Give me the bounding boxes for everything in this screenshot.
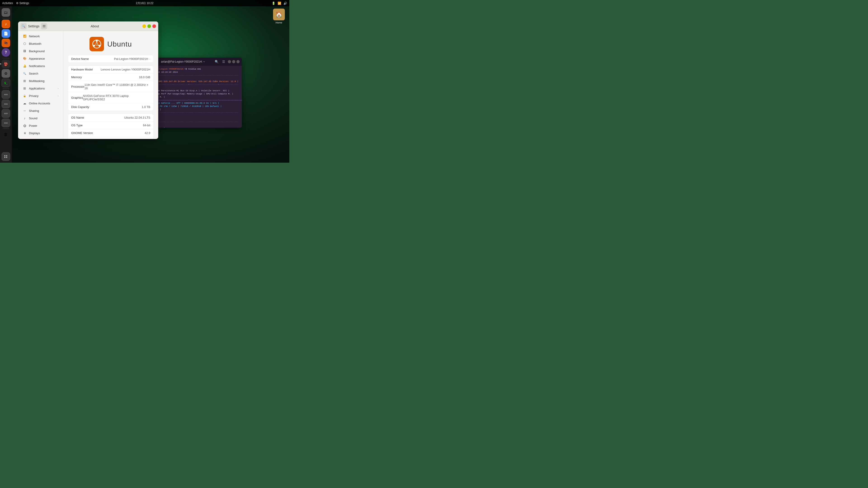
terminal-line-11: | | | N/A | xyxy=(147,108,240,111)
sidebar-label-online: Online Accounts xyxy=(29,102,50,105)
terminal-search-btn[interactable]: 🔍 xyxy=(214,59,219,64)
sidebar-item-mouse[interactable]: Mouse & Touchpad xyxy=(20,137,62,139)
settings-title: Settings xyxy=(28,24,39,28)
terminal-controls: 🔍 ☰ xyxy=(214,59,240,64)
sidebar-label-appearance: Appearance xyxy=(29,57,45,60)
settings-body: Network Bluetooth Background Appearance … xyxy=(18,31,158,139)
disk-capacity-row: Disk Capacity 1.0 TB xyxy=(68,103,153,111)
sidebar-label-displays: Displays xyxy=(29,131,40,135)
terminal-minimize-btn[interactable] xyxy=(228,60,231,63)
dock-icon-ssd3[interactable]: SSD xyxy=(2,109,10,118)
os-name-label: OS Name xyxy=(71,116,84,119)
sidebar-item-appearance[interactable]: Appearance xyxy=(20,55,62,62)
window-controls: – □ × xyxy=(143,24,156,28)
sidebar-item-bluetooth[interactable]: Bluetooth xyxy=(20,40,62,47)
sidebar-item-network[interactable]: Network xyxy=(20,33,62,40)
settings-menu[interactable]: ⚙ Settings xyxy=(16,2,29,5)
device-name-chevron: › xyxy=(149,58,150,60)
minimize-button[interactable]: – xyxy=(143,24,146,28)
dock-icon-ssd4[interactable]: SSD xyxy=(2,119,10,127)
dock-icon-terminal[interactable]: $_ xyxy=(2,78,10,87)
device-name-label: Device Name xyxy=(71,57,89,61)
terminal-line-12: +---------------------------------------… xyxy=(147,111,240,118)
sidebar-item-online[interactable]: Online Accounts xyxy=(20,100,62,107)
network-icon: 📶 xyxy=(278,2,281,5)
terminal-line-5: | GPU Name Persistence-M| Bus-Id Disp.A … xyxy=(147,89,240,92)
sidebar-item-privacy[interactable]: Privacy › xyxy=(20,92,62,99)
volume-icon: 🔊 xyxy=(283,2,287,5)
help-icon: ? xyxy=(5,51,7,55)
sidebar-label-notifications: Notifications xyxy=(29,64,45,68)
settings-titlebar-left: 🔍 Settings xyxy=(20,23,47,29)
applications-chevron: › xyxy=(58,87,59,90)
ubuntu-text-label: Ubuntu xyxy=(107,40,132,48)
sound-icon-sidebar xyxy=(23,116,27,120)
terminal-titlebar: ▶ anlan@Pal-Legion-Y9000P2021H: ~ 🔍 ☰ xyxy=(145,58,242,66)
dock-icon-trash[interactable]: 🗑 xyxy=(2,130,10,139)
privacy-chevron: › xyxy=(58,94,59,97)
dock-icon-help[interactable]: ? xyxy=(2,48,10,57)
sidebar-label-background: Background xyxy=(29,50,44,53)
sidebar-item-search[interactable]: Search xyxy=(20,70,62,77)
sidebar-item-displays[interactable]: Displays xyxy=(20,129,62,137)
terminal-line-3: | NVIDIA-SMI 525.147.05 Driver Version: … xyxy=(147,80,240,83)
settings-search-button[interactable]: 🔍 xyxy=(20,23,27,29)
memory-value: 16.0 GiB xyxy=(139,75,150,79)
terminal-line-1: Fri Feb 16 10:19:10 2024 xyxy=(147,71,240,74)
settings-main-content: Ubuntu Device Name Pal-Legion-Y9000P2021… xyxy=(63,31,158,139)
dock-icon-docs[interactable]: 📄 xyxy=(2,29,10,38)
settings-titlebar: 🔍 Settings About – □ × xyxy=(18,22,158,31)
dock-icon-ssd1[interactable]: SSD xyxy=(2,90,10,99)
sidebar-item-sound[interactable]: Sound xyxy=(20,115,62,122)
sidebar-label-bluetooth: Bluetooth xyxy=(29,42,41,45)
device-name-row[interactable]: Device Name Pal-Legion-Y9000P2021H › xyxy=(68,55,153,63)
svg-line-5 xyxy=(96,42,97,45)
terminal-body[interactable]: anlan@Pal-Legion-Y9000P2021H:~$ nvidia-s… xyxy=(145,66,242,128)
sidebar-item-multitasking[interactable]: Multitasking xyxy=(20,77,62,85)
terminal-close-btn[interactable] xyxy=(237,60,240,63)
mouse-icon-sidebar xyxy=(23,138,27,139)
disk-capacity-value: 1.0 TB xyxy=(142,105,150,109)
sidebar-label-search: Search xyxy=(29,72,38,75)
dock-icon-appstore[interactable]: 🛍 xyxy=(2,39,10,47)
home-folder-icon[interactable]: 🏠 Home xyxy=(273,8,285,24)
sidebar-item-power[interactable]: Power xyxy=(20,122,62,129)
sidebar-item-notifications[interactable]: Notifications xyxy=(20,62,62,70)
sidebar-item-background[interactable]: Background xyxy=(20,47,62,55)
maximize-button[interactable]: □ xyxy=(147,24,151,28)
sharing-icon-sidebar xyxy=(23,109,27,113)
terminal-line-14: +---------------------------------------… xyxy=(147,121,240,127)
terminal-maximize-btn[interactable] xyxy=(232,60,235,63)
search-icon-sidebar xyxy=(23,71,27,75)
terminal-icon-dock: $_ xyxy=(4,81,7,85)
dock-icon-settings[interactable]: ⚙ xyxy=(2,69,10,78)
dock-icon-gnome[interactable]: 👺 xyxy=(2,60,10,68)
terminal-line-4: |-------------------------------+-------… xyxy=(147,83,240,90)
processor-value: 11th Gen Intel® Core™ i7-11800H @ 2.30GH… xyxy=(85,83,150,90)
graphics-label: Graphics xyxy=(71,96,83,99)
settings-about-title: About xyxy=(91,24,99,28)
dock-icon-apps[interactable] xyxy=(2,152,10,161)
terminal-line-6: | Fan Temp Perf Pwr:Usage/Cap| Memory-Us… xyxy=(147,92,240,96)
terminal-menu-btn[interactable]: ☰ xyxy=(221,59,226,64)
dock-icon-ssd2[interactable]: SSD xyxy=(2,100,10,108)
dock-icon-rhythmbox[interactable]: ♪ xyxy=(2,20,10,28)
terminal-line-10: | N/A 53C P8 17W / 115W | 715MiB / 8192M… xyxy=(147,105,240,108)
windowing-row: Windowing System Wayland xyxy=(68,137,153,139)
topbar-datetime[interactable]: 2月16日 10:22 xyxy=(136,1,153,5)
home-folder-label: Home xyxy=(273,21,285,24)
dock-icon-files[interactable]: 🗂 xyxy=(2,8,10,17)
os-name-row: OS Name Ubuntu 22.04.3 LTS xyxy=(68,114,153,122)
ssd3-label: SSD xyxy=(4,112,8,115)
settings-window: 🔍 Settings About – □ × Network xyxy=(18,22,158,139)
sidebar-item-applications[interactable]: Applications › xyxy=(20,85,62,92)
sidebar-label-power: Power xyxy=(29,124,37,127)
activities-button[interactable]: Activities xyxy=(2,2,13,5)
close-button[interactable]: × xyxy=(152,24,156,28)
gnome-version-row: GNOME Version 42.9 xyxy=(68,129,153,137)
sidebar-item-sharing[interactable]: Sharing xyxy=(20,107,62,114)
sidebar-label-multitasking: Multitasking xyxy=(29,79,44,83)
sidebar-label-privacy: Privacy xyxy=(29,94,39,98)
sidebar-label-network: Network xyxy=(29,35,40,38)
settings-menu-button[interactable] xyxy=(41,23,47,29)
